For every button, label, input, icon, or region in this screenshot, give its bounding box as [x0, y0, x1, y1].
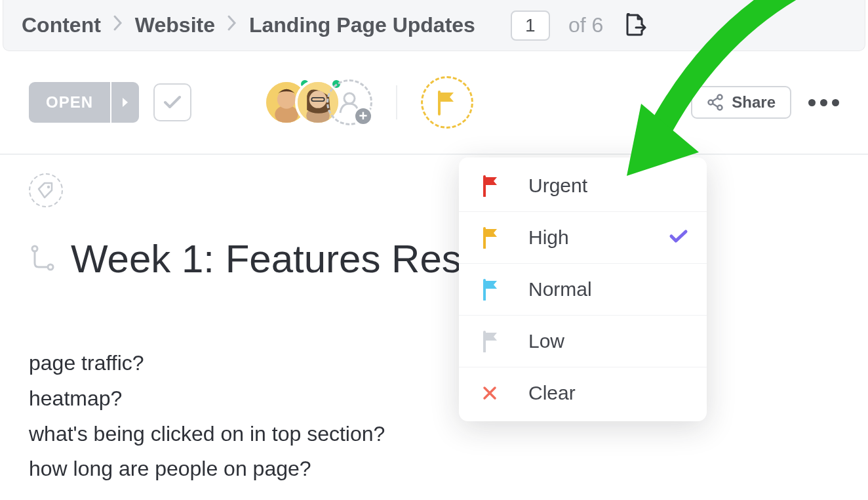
priority-label: Urgent: [528, 175, 587, 197]
breadcrumb: Content Website Landing Page Updates of …: [3, 0, 865, 51]
task-content: Week 1: Features Research page traffic? …: [0, 155, 868, 487]
body-line: how long are people on page?: [29, 451, 839, 487]
priority-dropdown: Urgent High Normal Low Clear: [459, 157, 707, 421]
add-tag-button[interactable]: [29, 173, 63, 207]
more-menu-button[interactable]: [808, 99, 839, 106]
flag-icon: [435, 89, 459, 115]
page-number-input[interactable]: [511, 10, 550, 41]
status-dropdown-button[interactable]: [110, 82, 139, 123]
svg-point-10: [718, 95, 722, 100]
flag-icon: [481, 280, 501, 299]
breadcrumb-item-content[interactable]: Content: [22, 13, 101, 37]
body-line: heatmap?: [29, 381, 839, 417]
breadcrumb-item-landing[interactable]: Landing Page Updates: [249, 13, 475, 37]
flag-icon: [481, 331, 501, 351]
priority-label: Clear: [528, 382, 576, 404]
task-toolbar: OPEN: [0, 51, 868, 155]
priority-option-high[interactable]: High: [459, 212, 707, 264]
subtask-icon: [29, 243, 56, 276]
priority-option-low[interactable]: Low: [459, 316, 707, 367]
flag-icon: [481, 228, 501, 247]
priority-label: High: [528, 226, 569, 249]
share-label: Share: [732, 93, 776, 112]
priority-option-clear[interactable]: Clear: [459, 367, 707, 419]
priority-label: Low: [528, 330, 564, 352]
body-line: what's being clicked on in top section?: [29, 417, 839, 452]
body-line: page traffic?: [29, 346, 839, 381]
document-out-icon[interactable]: [624, 13, 646, 38]
svg-point-14: [48, 264, 53, 270]
svg-point-2: [277, 90, 296, 108]
plus-icon: +: [353, 106, 373, 126]
close-icon: [481, 383, 501, 403]
status-open-button[interactable]: OPEN: [29, 82, 110, 123]
svg-point-12: [47, 186, 50, 188]
priority-flag-button[interactable]: [421, 76, 473, 129]
tag-icon: [36, 180, 56, 200]
chevron-right-icon: [113, 14, 123, 36]
page-total-label: of 6: [568, 13, 603, 37]
caret-right-icon: [121, 96, 130, 108]
priority-label: Normal: [528, 278, 592, 301]
add-assignee-button[interactable]: +: [326, 79, 372, 125]
chevron-right-icon: [227, 14, 237, 36]
divider: [396, 85, 397, 119]
share-icon: [707, 94, 724, 111]
mark-complete-button[interactable]: [153, 83, 191, 121]
flag-icon: [481, 176, 501, 196]
task-description[interactable]: page traffic? heatmap? what's being clic…: [29, 346, 839, 487]
check-icon: [163, 94, 182, 110]
share-button[interactable]: Share: [691, 86, 791, 119]
svg-point-8: [344, 93, 355, 104]
priority-option-normal[interactable]: Normal: [459, 264, 707, 316]
svg-point-11: [718, 106, 722, 110]
svg-point-13: [32, 246, 37, 251]
svg-point-9: [709, 100, 713, 105]
selected-check-icon: [669, 226, 688, 249]
priority-option-urgent[interactable]: Urgent: [459, 160, 707, 212]
breadcrumb-item-website[interactable]: Website: [135, 13, 215, 37]
